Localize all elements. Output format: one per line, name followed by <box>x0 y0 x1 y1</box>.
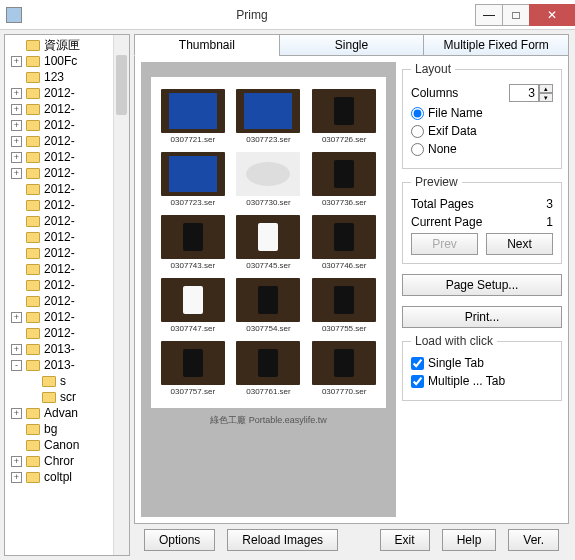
folder-icon <box>26 312 40 323</box>
tree-item[interactable]: 資源匣 <box>5 37 129 53</box>
radio-none[interactable]: None <box>411 142 457 156</box>
tree-item[interactable]: Canon <box>5 437 129 453</box>
expand-icon <box>11 216 22 227</box>
tree-item[interactable]: 2012- <box>5 245 129 261</box>
thumbnail[interactable]: 0307755.ser <box>308 278 380 333</box>
tree-item[interactable]: +2012- <box>5 85 129 101</box>
check-multiple-tab[interactable]: Multiple ... Tab <box>411 374 505 388</box>
tree-item[interactable]: +2012- <box>5 149 129 165</box>
tab-thumbnail[interactable]: Thumbnail <box>134 34 280 56</box>
page-setup-button[interactable]: Page Setup... <box>402 274 562 296</box>
expand-icon[interactable]: + <box>11 136 22 147</box>
thumbnail[interactable]: 0307736.ser <box>308 152 380 207</box>
tree-item[interactable]: +2012- <box>5 165 129 181</box>
thumbnail[interactable]: 0307746.ser <box>308 215 380 270</box>
maximize-button[interactable]: □ <box>502 4 530 26</box>
thumbnail[interactable]: 0307730.ser <box>233 152 305 207</box>
titlebar: Primg ― □ ✕ <box>0 0 575 30</box>
tree-item[interactable]: +2012- <box>5 309 129 325</box>
tree-item[interactable]: 2012- <box>5 213 129 229</box>
total-pages-value: 3 <box>546 197 553 211</box>
tree-item[interactable]: +2013- <box>5 341 129 357</box>
prev-button[interactable]: Prev <box>411 233 478 255</box>
exit-button[interactable]: Exit <box>380 529 430 551</box>
thumbnail[interactable]: 0307726.ser <box>308 89 380 144</box>
expand-icon[interactable]: + <box>11 472 22 483</box>
tree-item[interactable]: -2013- <box>5 357 129 373</box>
options-button[interactable]: Options <box>144 529 215 551</box>
thumbnail[interactable]: 0307743.ser <box>157 215 229 270</box>
tree-item[interactable]: 2012- <box>5 229 129 245</box>
load-legend: Load with click <box>411 334 497 348</box>
tree-item[interactable]: s <box>5 373 129 389</box>
tree-item-label: s <box>60 374 66 388</box>
expand-icon <box>11 248 22 259</box>
print-button[interactable]: Print... <box>402 306 562 328</box>
columns-label: Columns <box>411 86 458 100</box>
expand-icon[interactable]: - <box>11 360 22 371</box>
expand-icon[interactable]: + <box>11 88 22 99</box>
thumbnail-image <box>312 341 376 385</box>
radio-exif[interactable]: Exif Data <box>411 124 477 138</box>
check-single-tab[interactable]: Single Tab <box>411 356 484 370</box>
tab-multiple[interactable]: Multiple Fixed Form <box>423 34 569 56</box>
tree-item[interactable]: 2012- <box>5 261 129 277</box>
tab-single[interactable]: Single <box>279 34 425 56</box>
next-button[interactable]: Next <box>486 233 553 255</box>
folder-icon <box>26 136 40 147</box>
thumbnail[interactable]: 0307747.ser <box>157 278 229 333</box>
thumbnail[interactable]: 0307770.ser <box>308 341 380 396</box>
tree-item[interactable]: +100Fc <box>5 53 129 69</box>
tree-item[interactable]: 2012- <box>5 325 129 341</box>
tree-item[interactable]: +2012- <box>5 101 129 117</box>
tree-item[interactable]: +coltpl <box>5 469 129 485</box>
thumbnail[interactable]: 0307723.ser <box>157 152 229 207</box>
thumbnail[interactable]: 0307723.ser <box>233 89 305 144</box>
tree-item[interactable]: 2012- <box>5 277 129 293</box>
columns-spinner[interactable]: ▴▾ <box>509 84 553 102</box>
tree-item[interactable]: 2012- <box>5 197 129 213</box>
expand-icon[interactable]: + <box>11 120 22 131</box>
tree-item[interactable]: scr <box>5 389 129 405</box>
folder-icon <box>26 168 40 179</box>
radio-filename[interactable]: File Name <box>411 106 483 120</box>
tree-item[interactable]: 123 <box>5 69 129 85</box>
expand-icon[interactable]: + <box>11 344 22 355</box>
tree-scrollbar[interactable] <box>113 35 129 555</box>
tree-item[interactable]: +Chror <box>5 453 129 469</box>
columns-input[interactable] <box>509 84 539 102</box>
tree-item[interactable]: +2012- <box>5 117 129 133</box>
expand-icon[interactable]: + <box>11 456 22 467</box>
thumbnail-caption: 0307761.ser <box>246 387 290 396</box>
expand-icon[interactable]: + <box>11 168 22 179</box>
expand-icon[interactable]: + <box>11 152 22 163</box>
thumbnail-image <box>236 278 300 322</box>
reload-button[interactable]: Reload Images <box>227 529 338 551</box>
thumbnail[interactable]: 0307754.ser <box>233 278 305 333</box>
spin-up[interactable]: ▴ <box>539 84 553 93</box>
tree-item-label: 2012- <box>44 246 75 260</box>
expand-icon[interactable]: + <box>11 56 22 67</box>
expand-icon <box>11 184 22 195</box>
tree-item[interactable]: 2012- <box>5 181 129 197</box>
thumbnail[interactable]: 0307745.ser <box>233 215 305 270</box>
thumbnail[interactable]: 0307721.ser <box>157 89 229 144</box>
tree-item-label: 2012- <box>44 326 75 340</box>
folder-tree[interactable]: 資源匣+100Fc123+2012-+2012-+2012-+2012-+201… <box>4 34 130 556</box>
minimize-button[interactable]: ― <box>475 4 503 26</box>
close-button[interactable]: ✕ <box>529 4 575 26</box>
expand-icon[interactable]: + <box>11 408 22 419</box>
spin-down[interactable]: ▾ <box>539 93 553 102</box>
expand-icon[interactable]: + <box>11 312 22 323</box>
thumbnail[interactable]: 0307757.ser <box>157 341 229 396</box>
thumbnail[interactable]: 0307761.ser <box>233 341 305 396</box>
ver-button[interactable]: Ver. <box>508 529 559 551</box>
tree-item[interactable]: +2012- <box>5 133 129 149</box>
tree-item[interactable]: +Advan <box>5 405 129 421</box>
thumbnail-caption: 0307743.ser <box>171 261 215 270</box>
tree-item[interactable]: bg <box>5 421 129 437</box>
expand-icon[interactable]: + <box>11 104 22 115</box>
help-button[interactable]: Help <box>442 529 497 551</box>
folder-icon <box>26 440 40 451</box>
tree-item[interactable]: 2012- <box>5 293 129 309</box>
